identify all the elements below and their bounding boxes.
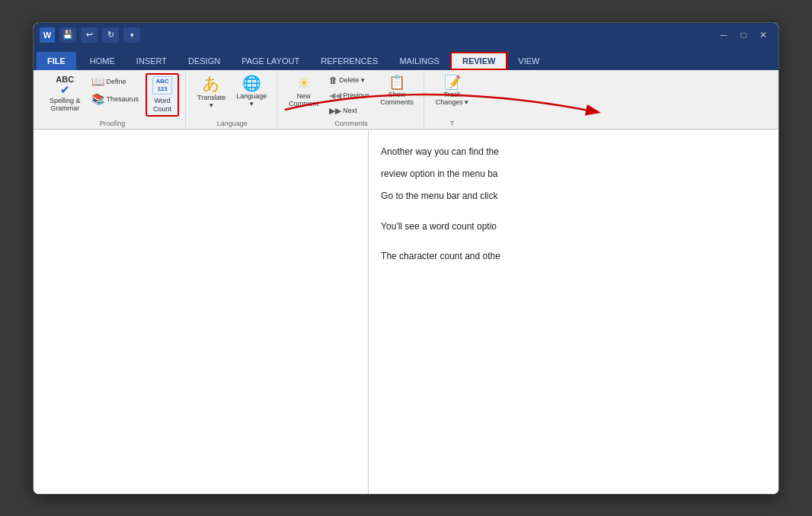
ribbon-group-proofing: ABC ✔ Spelling &Grammar 📖 Define 📚 (40, 73, 186, 128)
close-button[interactable]: ✕ (754, 27, 772, 43)
new-comment-button[interactable]: ☀ NewComment (285, 73, 322, 111)
save-button[interactable]: 💾 (59, 27, 76, 43)
new-comment-icon: ☀ (297, 75, 311, 91)
tab-design[interactable]: DESIGN (177, 52, 231, 70)
tab-mailings[interactable]: MAILINGS (388, 52, 450, 70)
word-count-icon: ABC123 (152, 76, 171, 95)
language-group-label: Language (193, 120, 270, 127)
tab-insert[interactable]: INSERT (126, 52, 177, 70)
language-button[interactable]: 🌐 Language▾ (232, 73, 270, 111)
tab-view[interactable]: VIEW (507, 52, 550, 70)
delete-label: Delete ▾ (339, 76, 365, 85)
word-count-label: WordCount (153, 97, 171, 114)
maximize-button[interactable]: □ (734, 27, 753, 43)
track-changes-label: TrackChanges ▾ (436, 91, 469, 107)
thesaurus-button[interactable]: 📚 Thesaurus (88, 91, 143, 108)
doc-line-2: review option in the menu ba (381, 167, 766, 181)
tab-review[interactable]: REVIEW (450, 52, 507, 70)
more-button[interactable]: ▾ (123, 27, 140, 43)
thesaurus-icon: 📚 (91, 93, 104, 106)
define-label: Define (107, 78, 126, 86)
ribbon-group-language: あ Translate▾ 🌐 Language▾ Language (187, 73, 277, 128)
define-icon: 📖 (91, 75, 104, 88)
translate-label: Translate▾ (197, 94, 225, 111)
language-icon: 🌐 (242, 75, 261, 91)
minimize-button[interactable]: ─ (714, 27, 733, 43)
define-button[interactable]: 📖 Define (88, 73, 143, 91)
ribbon-group-comments: ☀ NewComment 🗑 Delete ▾ ◀◀ Previous (279, 73, 424, 128)
comments-items: ☀ NewComment 🗑 Delete ▾ ◀◀ Previous (285, 73, 417, 119)
word-window: W 💾 ↩ ↻ ▾ ─ □ ✕ FILE HOME INSERT DESIGN … (33, 22, 779, 495)
comments-group-label: Comments (285, 120, 417, 127)
previous-button[interactable]: ◀◀ Previous (325, 88, 373, 103)
delete-icon: 🗑 (329, 75, 337, 85)
spelling-grammar-button[interactable]: ABC ✔ Spelling &Grammar (46, 73, 85, 116)
doc-right-panel: Another way you can find the review opti… (369, 130, 778, 493)
doc-line-3: Go to the menu bar and click (381, 189, 766, 204)
show-comments-label: ShowComments (380, 91, 414, 107)
tab-bar: FILE HOME INSERT DESIGN PAGE LAYOUT REFE… (34, 47, 778, 70)
next-icon: ▶▶ (329, 106, 341, 116)
tab-references[interactable]: REFERENCES (310, 52, 388, 70)
title-bar: W 💾 ↩ ↻ ▾ ─ □ ✕ (34, 23, 778, 47)
next-label: Next (343, 107, 357, 115)
ribbon-group-tracking: 📝 TrackChanges ▾ T (426, 73, 479, 128)
thesaurus-label: Thesaurus (107, 95, 139, 104)
language-items: あ Translate▾ 🌐 Language▾ (193, 73, 270, 119)
proofing-items: ABC ✔ Spelling &Grammar 📖 Define 📚 (46, 73, 179, 119)
tab-file[interactable]: FILE (37, 52, 76, 70)
doc-left-panel (34, 130, 369, 493)
doc-line-5: The character count and othe (381, 249, 766, 264)
ribbon: ABC ✔ Spelling &Grammar 📖 Define 📚 (34, 70, 778, 130)
translate-button[interactable]: あ Translate▾ (193, 73, 229, 113)
tracking-group-label: T (432, 120, 473, 127)
doc-line-4: You'll see a word count optio (381, 220, 766, 234)
redo-button[interactable]: ↻ (102, 27, 119, 43)
tab-home[interactable]: HOME (79, 52, 126, 70)
show-comments-button[interactable]: 📋 ShowComments (376, 73, 417, 110)
next-button[interactable]: ▶▶ Next (325, 104, 373, 118)
word-app-icon: W (40, 27, 55, 43)
nav-btns-group: 🗑 Delete ▾ ◀◀ Previous ▶▶ Next (325, 73, 373, 119)
proofing-group-label: Proofing (46, 120, 179, 127)
language-label: Language▾ (236, 92, 267, 109)
tracking-items: 📝 TrackChanges ▾ (432, 73, 473, 119)
document-area: Another way you can find the review opti… (34, 130, 778, 493)
previous-icon: ◀◀ (329, 91, 341, 101)
track-changes-button[interactable]: 📝 TrackChanges ▾ (432, 73, 473, 110)
word-count-button[interactable]: ABC123 WordCount (145, 73, 179, 117)
window-controls: ─ □ ✕ (714, 27, 772, 43)
define-thesaurus-group: 📖 Define 📚 Thesaurus (88, 73, 143, 109)
previous-label: Previous (343, 91, 369, 100)
spelling-icon: ABC ✔ (56, 75, 74, 95)
undo-button[interactable]: ↩ (81, 27, 98, 43)
doc-line-1: Another way you can find the (381, 145, 766, 159)
tab-page-layout[interactable]: PAGE LAYOUT (231, 52, 310, 70)
track-changes-icon: 📝 (444, 75, 461, 89)
ribbon-content: ABC ✔ Spelling &Grammar 📖 Define 📚 (34, 70, 778, 130)
spelling-label: Spelling &Grammar (50, 97, 81, 114)
delete-button[interactable]: 🗑 Delete ▾ (325, 73, 373, 88)
show-comments-icon: 📋 (388, 75, 405, 89)
new-comment-label: NewComment (289, 92, 318, 109)
translate-icon: あ (203, 75, 220, 92)
